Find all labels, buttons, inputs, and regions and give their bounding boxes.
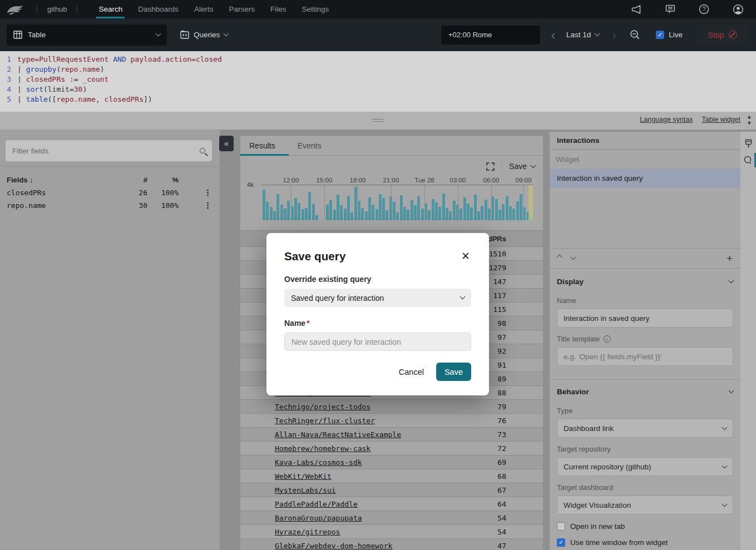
histogram-bar[interactable] [266, 202, 269, 220]
row-menu[interactable] [250, 541, 255, 550]
histogram-bar[interactable] [305, 208, 308, 220]
use-time-window-checkbox-row[interactable]: ✓ Use time window from widget [557, 538, 733, 547]
histogram-bar[interactable] [329, 200, 332, 220]
histogram-bar[interactable] [459, 209, 462, 220]
account-icon[interactable] [733, 4, 744, 15]
announcements-icon[interactable] [631, 5, 642, 14]
histogram-bar[interactable] [470, 207, 473, 220]
field-row[interactable]: repo.name30100% [7, 199, 213, 212]
histogram-bar[interactable] [403, 207, 406, 220]
move-down-button[interactable] [571, 255, 576, 260]
histogram-bar[interactable] [467, 204, 470, 220]
nav-item-alerts[interactable]: Alerts [186, 0, 221, 18]
row-menu[interactable] [250, 415, 255, 425]
time-forward-button[interactable] [608, 27, 619, 43]
collapse-panel-icon[interactable] [745, 115, 753, 125]
repo-link[interactable]: Homebrew/homebrew-cask [265, 444, 459, 453]
repo-link[interactable]: PaddlePaddle/Paddle [265, 500, 459, 508]
repo-link[interactable]: GlebkaF/webdev-dom-homework [265, 542, 459, 550]
query-name-input[interactable]: New saved query for interaction [284, 333, 471, 351]
use-time-window-checkbox[interactable]: ✓ [557, 538, 565, 547]
histogram-bar[interactable] [263, 190, 265, 220]
row-menu[interactable] [250, 527, 255, 537]
histogram-bar[interactable] [421, 209, 424, 220]
histogram-bar[interactable] [502, 204, 505, 220]
histogram-bar[interactable] [488, 209, 491, 220]
row-menu[interactable] [250, 318, 255, 328]
histogram-bar[interactable] [372, 205, 374, 220]
queries-button[interactable]: Queries [180, 31, 228, 39]
histogram-bar[interactable] [298, 203, 300, 221]
save-button[interactable]: Save [436, 363, 471, 381]
histogram-bar[interactable] [432, 199, 434, 220]
row-menu[interactable] [250, 429, 255, 439]
histogram-bar[interactable] [506, 196, 508, 220]
histogram-bar[interactable] [382, 198, 385, 220]
repo-name[interactable]: github [43, 5, 71, 13]
row-menu[interactable] [250, 443, 255, 453]
histogram-bar[interactable] [273, 211, 276, 220]
histogram-bar[interactable] [495, 199, 498, 220]
row-menu[interactable] [250, 276, 255, 286]
field-row[interactable]: closedPRs26100% [7, 186, 213, 199]
event-histogram[interactable]: 12:0015:0018:0021:00Tue 2803:0006:0009:0… [261, 177, 533, 220]
field-name[interactable]: repo.name [7, 201, 118, 210]
title-template-input[interactable]: e.g. 'Open {{ fields.myField }}' [557, 347, 733, 366]
row-menu[interactable] [250, 388, 255, 398]
histogram-bar[interactable] [417, 196, 420, 220]
crowdstrike-logo-icon[interactable] [6, 2, 28, 17]
histogram-bar[interactable] [520, 194, 522, 220]
target-dashboard-select[interactable]: Widget Visualization [557, 496, 733, 514]
histogram-bar[interactable] [365, 211, 368, 220]
histogram-bar[interactable] [340, 205, 343, 220]
row-menu[interactable] [250, 249, 255, 259]
field-menu-icon[interactable] [207, 192, 209, 194]
interactions-tab-icon[interactable] [740, 152, 756, 169]
info-icon[interactable]: i [604, 335, 611, 343]
repo-link[interactable]: Kava-Labs/cosmos-sdk [265, 458, 459, 467]
row-menu[interactable] [250, 499, 255, 509]
histogram-bar[interactable] [438, 207, 441, 220]
histogram-bar[interactable] [396, 212, 399, 220]
histogram-bar[interactable] [428, 210, 431, 220]
row-menu[interactable] [250, 360, 255, 370]
add-interaction-button[interactable]: + [727, 253, 733, 264]
interaction-item[interactable]: Interaction in saved query [550, 169, 740, 188]
cancel-button[interactable]: Cancel [399, 368, 424, 376]
row-menu[interactable] [250, 332, 255, 342]
histogram-bar[interactable] [449, 211, 452, 220]
histogram-bar[interactable] [477, 211, 480, 220]
row-menu[interactable] [250, 457, 255, 467]
row-menu[interactable] [250, 402, 255, 412]
fields-column-header[interactable]: Fields ↓ [7, 176, 118, 184]
histogram-bar[interactable] [337, 195, 339, 220]
repo-link[interactable]: Allan-Nava/ReactNativeExample [265, 430, 459, 439]
styling-tab-icon[interactable] [740, 135, 756, 152]
table-widget-link[interactable]: Table widget [702, 116, 741, 123]
histogram-bar[interactable] [414, 205, 417, 220]
tab-results[interactable]: Results [249, 136, 275, 155]
histogram-bar[interactable] [407, 210, 409, 220]
histogram-bar[interactable] [386, 210, 388, 220]
histogram-bar[interactable] [361, 208, 364, 220]
query-editor[interactable]: 1type=PullRequestEvent AND payload.actio… [0, 51, 756, 112]
nav-item-settings[interactable]: Settings [294, 0, 337, 18]
move-up-button[interactable] [557, 255, 562, 260]
histogram-bar[interactable] [435, 202, 438, 220]
live-checkbox[interactable]: ✓ [656, 31, 664, 39]
histogram-bar[interactable] [463, 197, 466, 220]
interaction-name-input[interactable]: Interaction in saved query [557, 309, 733, 328]
histogram-bar[interactable] [294, 198, 297, 220]
help-icon[interactable]: ? [699, 4, 709, 14]
histogram-bar[interactable] [276, 194, 279, 220]
row-menu[interactable] [250, 346, 255, 356]
language-syntax-link[interactable]: Language syntax [640, 116, 693, 123]
time-range-select[interactable]: Last 1d [566, 31, 599, 39]
histogram-bar[interactable] [400, 195, 403, 220]
row-menu[interactable] [250, 374, 255, 384]
histogram-bar[interactable] [498, 210, 501, 220]
close-icon[interactable]: ✕ [460, 250, 471, 262]
histogram-bar[interactable] [516, 201, 519, 220]
repo-link[interactable]: WebKit/WebKit [265, 472, 459, 480]
histogram-bar[interactable] [512, 209, 515, 220]
